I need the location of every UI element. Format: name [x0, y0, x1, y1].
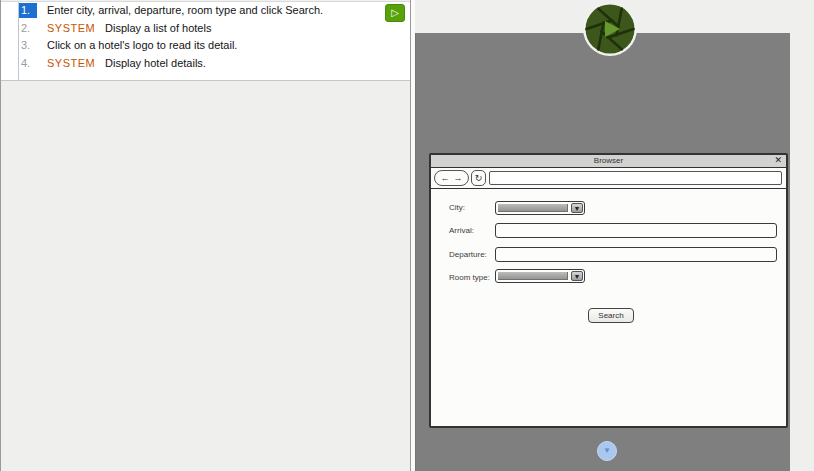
step-row-3[interactable]: 3. Click on a hotel's logo to read its d…: [1, 37, 410, 55]
back-icon[interactable]: ←: [441, 174, 450, 183]
step-number: 3.: [19, 38, 37, 53]
step-actor-label: SYSTEM: [47, 56, 95, 71]
url-input[interactable]: [489, 171, 782, 185]
play-step-button[interactable]: ▷: [385, 4, 405, 22]
step-number: 4.: [19, 56, 37, 71]
scenario-steps-panel: 1. Enter city, arrival, departure, room …: [0, 0, 411, 471]
step-text: Click on a hotel's logo to read its deta…: [47, 38, 237, 53]
refresh-icon: ↻: [475, 174, 483, 183]
browser-title: Browser: [594, 157, 623, 165]
departure-label: Departure:: [449, 250, 487, 260]
browser-content: City: ▼ Arrival: Departure: Room type: ▼…: [431, 189, 786, 427]
chevron-down-icon: ▼: [603, 447, 611, 455]
step-text: Display a list of hotels: [105, 21, 211, 36]
nav-button-group: ← →: [434, 170, 469, 186]
next-step-button[interactable]: ▼: [597, 441, 617, 461]
aperture-play-logo-icon: [582, 1, 638, 57]
browser-mockup-window: Browser ✕ ← → ↻ City: ▼ Arrival: Departu…: [429, 153, 788, 428]
city-dropdown[interactable]: ▼: [495, 201, 585, 215]
dropdown-selection-bar: [498, 272, 568, 280]
step-actor-label: SYSTEM: [47, 21, 95, 36]
step-text: Enter city, arrival, departure, room typ…: [47, 3, 323, 18]
close-icon[interactable]: ✕: [774, 156, 782, 165]
browser-toolbar: ← → ↻: [431, 168, 786, 189]
search-button[interactable]: Search: [588, 308, 634, 323]
step-row-4[interactable]: 4. SYSTEM Display hotel details.: [1, 55, 410, 73]
arrival-label: Arrival:: [449, 226, 474, 236]
arrival-field[interactable]: [495, 223, 777, 238]
departure-field[interactable]: [495, 247, 777, 262]
forward-icon[interactable]: →: [454, 174, 463, 183]
step-number: 2.: [19, 21, 37, 36]
play-icon: ▷: [391, 8, 399, 18]
room-type-label: Room type:: [449, 273, 490, 283]
city-label: City:: [449, 203, 465, 213]
step-row-2[interactable]: 2. SYSTEM Display a list of hotels: [1, 20, 410, 38]
chevron-down-icon: ▼: [571, 271, 583, 281]
step-text: Display hotel details.: [105, 56, 206, 71]
steps-list: 1. Enter city, arrival, departure, room …: [1, 1, 410, 81]
room-type-dropdown[interactable]: ▼: [495, 269, 585, 283]
step-number: 1.: [19, 3, 37, 18]
browser-titlebar: Browser ✕: [431, 155, 786, 168]
refresh-button[interactable]: ↻: [471, 170, 486, 186]
step-row-1[interactable]: 1. Enter city, arrival, departure, room …: [1, 2, 410, 20]
search-button-label: Search: [598, 311, 623, 320]
dropdown-selection-bar: [498, 204, 568, 212]
chevron-down-icon: ▼: [571, 203, 583, 213]
